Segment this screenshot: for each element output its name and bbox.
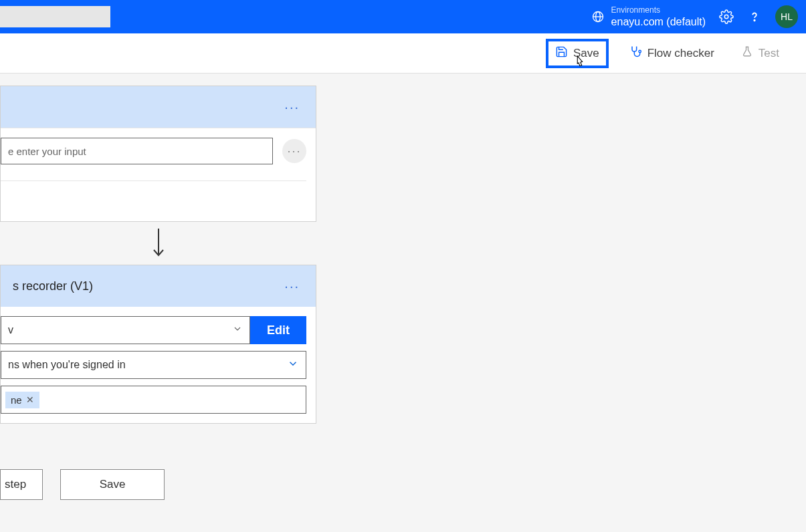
save-button[interactable]: Save [546, 39, 609, 68]
run-mode-value: ns when you're signed in [8, 359, 126, 371]
flow-canvas: ··· e enter your input ··· s recorder (V… [0, 74, 806, 424]
footer-save-label: Save [100, 478, 126, 491]
top-app-bar: Environments enayu.com (default) HL [0, 0, 806, 33]
footer-save-button[interactable]: Save [60, 469, 165, 500]
run-mode-select[interactable]: ns when you're signed in [1, 351, 306, 379]
trigger-input-placeholder: e enter your input [8, 146, 86, 157]
globe-icon [591, 10, 605, 23]
save-icon [555, 45, 568, 61]
new-step-button[interactable]: step [0, 469, 43, 500]
svg-point-4 [754, 20, 754, 21]
topbar-right: Environments enayu.com (default) HL [591, 5, 798, 28]
settings-icon[interactable] [719, 9, 734, 24]
flow-arrow [0, 222, 316, 265]
chevron-down-icon [287, 358, 299, 372]
avatar-initials: HL [781, 11, 793, 22]
card-menu-icon[interactable]: ··· [280, 97, 304, 118]
search-input[interactable] [0, 6, 110, 27]
edit-label: Edit [267, 323, 290, 338]
help-icon[interactable] [747, 9, 762, 24]
card-menu-icon[interactable]: ··· [280, 276, 304, 297]
footer-actions: step Save [0, 469, 165, 500]
test-label: Test [759, 47, 779, 60]
stethoscope-icon [629, 45, 642, 61]
trigger-card[interactable]: ··· e enter your input ··· [0, 86, 316, 222]
command-bar: Save Flow checker Test [0, 33, 806, 74]
svg-point-5 [639, 50, 641, 52]
chevron-down-icon [232, 323, 243, 337]
flow-select[interactable]: v [1, 316, 250, 344]
action-card[interactable]: s recorder (V1) ··· v Edit ns when you'r… [0, 265, 316, 424]
trigger-card-body: e enter your input ··· [1, 128, 316, 221]
action-title: s recorder (V1) [13, 279, 280, 293]
flow-checker-label: Flow checker [647, 47, 714, 60]
token-input[interactable]: ne ✕ [1, 386, 306, 414]
trigger-card-header[interactable]: ··· [1, 86, 316, 128]
trigger-input[interactable]: e enter your input [1, 138, 273, 164]
environment-name: enayu.com (default) [611, 15, 706, 28]
environment-selector[interactable]: Environments enayu.com (default) [591, 5, 706, 28]
flow-checker-button[interactable]: Flow checker [622, 41, 721, 65]
flask-icon [741, 45, 753, 61]
action-card-header[interactable]: s recorder (V1) ··· [1, 265, 316, 307]
environment-label: Environments [611, 5, 706, 15]
token-label: ne [11, 394, 22, 406]
input-options-icon[interactable]: ··· [282, 139, 306, 163]
svg-point-3 [724, 15, 728, 19]
remove-token-icon[interactable]: ✕ [26, 394, 34, 405]
save-label: Save [573, 47, 599, 60]
environment-text: Environments enayu.com (default) [611, 5, 706, 28]
test-button[interactable]: Test [734, 41, 786, 65]
flow-select-value: v [8, 324, 13, 336]
parameter-token[interactable]: ne ✕ [5, 392, 39, 408]
step-label: step [5, 478, 26, 491]
edit-button[interactable]: Edit [250, 316, 306, 344]
avatar[interactable]: HL [775, 5, 798, 28]
